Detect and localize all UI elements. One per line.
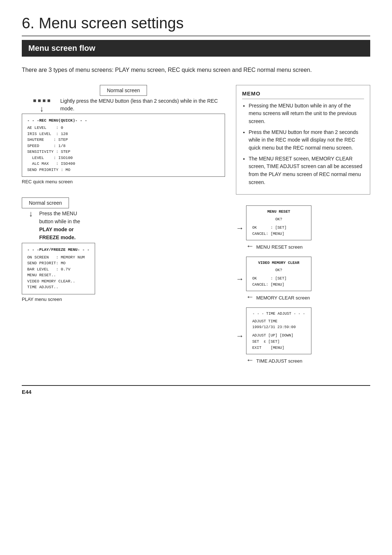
arrow-down-bottom: ↓ bbox=[29, 210, 33, 218]
memo-item-1: Pressing the MENU button while in any of… bbox=[249, 102, 364, 126]
play-menu-label: PLAY menu screen bbox=[22, 297, 95, 302]
arrow-left-memory-clear: ← bbox=[246, 292, 254, 302]
time-adjust-label: TIME ADJUST screen bbox=[256, 358, 302, 364]
memo-title: MEMO bbox=[242, 90, 364, 99]
diagram-column: Normal screen ■■■■ ↓ Lightly press the M… bbox=[22, 85, 225, 371]
time-adjust-box: - - - TIME ADJUST - - - ADJUST TIME 1999… bbox=[246, 307, 311, 354]
rec-quick-menu-label: REC quick menu screen bbox=[22, 179, 225, 184]
rec-menu-lines: AE LEVEL : 0 IRIS LEVEL : 128 SHUTERE : … bbox=[27, 125, 220, 173]
memory-clear-box: VIDEO MEMORY CLEAR OK? OK : [SET] CANCEL… bbox=[246, 257, 311, 291]
right-column: MEMO Pressing the MENU button while in a… bbox=[236, 85, 370, 371]
bottom-left: Normal screen ↓ Press the MENUbutton whi… bbox=[22, 197, 95, 302]
menu-reset-row: → MENU RESET OK? OK : [SET] CANCEL: [MEN… bbox=[236, 205, 370, 250]
play-menu-box: - - -PLAY/FREEZE MENU- - - ON SCREEN : M… bbox=[22, 243, 95, 294]
arrow-right-memory-clear: → bbox=[236, 274, 244, 284]
rec-mode-icons: ■■■■ bbox=[33, 97, 50, 103]
arrow-down-top: ↓ bbox=[40, 105, 44, 113]
memo-box: MEMO Pressing the MENU button while in a… bbox=[236, 85, 370, 195]
rec-quick-menu-box: - - -REC MENU(QUICK)- - - AE LEVEL : 0 I… bbox=[22, 114, 225, 177]
memory-clear-row: → VIDEO MEMORY CLEAR OK? OK : [SET] CANC… bbox=[236, 257, 370, 302]
memo-list: Pressing the MENU button while in any of… bbox=[242, 102, 364, 187]
page-number: E44 bbox=[22, 389, 370, 395]
arrow-right-time-adjust: → bbox=[236, 331, 244, 341]
normal-screen-box-bottom: Normal screen bbox=[22, 197, 69, 208]
press-menu-text: Press the MENUbutton while in thePLAY mo… bbox=[39, 210, 80, 241]
menu-reset-wrap: MENU RESET OK? OK : [SET] CANCEL: [MENU]… bbox=[246, 205, 311, 250]
arrow-left-menu-reset: ← bbox=[246, 241, 254, 251]
intro-text: There are 3 types of menu screens: PLAY … bbox=[22, 65, 370, 75]
time-adjust-row: → - - - TIME ADJUST - - - ADJUST TIME 19… bbox=[236, 307, 370, 365]
time-adjust-wrap: - - - TIME ADJUST - - - ADJUST TIME 1999… bbox=[246, 307, 311, 365]
bottom-rule bbox=[22, 385, 370, 386]
play-menu-lines: ON SCREEN : MEMORY NUM SEND PRIORIT: MO … bbox=[27, 254, 90, 290]
memory-clear-wrap: VIDEO MEMORY CLEAR OK? OK : [SET] CANCEL… bbox=[246, 257, 311, 302]
right-screens-area: → MENU RESET OK? OK : [SET] CANCEL: [MEN… bbox=[236, 205, 370, 364]
memo-item-3: The MENU RESET screen, MEMORY CLEAR scre… bbox=[249, 155, 364, 187]
normal-screen-box-top: Normal screen bbox=[100, 85, 147, 96]
section-header: Menu screen flow bbox=[22, 40, 370, 57]
top-flow-diagram: Normal screen ■■■■ ↓ Lightly press the M… bbox=[22, 85, 225, 185]
page-title: 6. Menu screen settings bbox=[22, 15, 370, 36]
memo-item-2: Press the MENU button for more than 2 se… bbox=[249, 128, 364, 152]
menu-reset-label: MENU RESET screen bbox=[256, 244, 303, 250]
arrow-right-menu-reset: → bbox=[236, 224, 244, 233]
lightly-press-text: Lightly press the MENU button (less than… bbox=[60, 97, 225, 113]
arrow-left-time-adjust: ← bbox=[246, 355, 254, 365]
bottom-flow-diagram: Normal screen ↓ Press the MENUbutton whi… bbox=[22, 197, 225, 302]
memory-clear-label: MEMORY CLEAR screen bbox=[256, 295, 310, 301]
menu-reset-box: MENU RESET OK? OK : [SET] CANCEL: [MENU] bbox=[246, 205, 311, 240]
